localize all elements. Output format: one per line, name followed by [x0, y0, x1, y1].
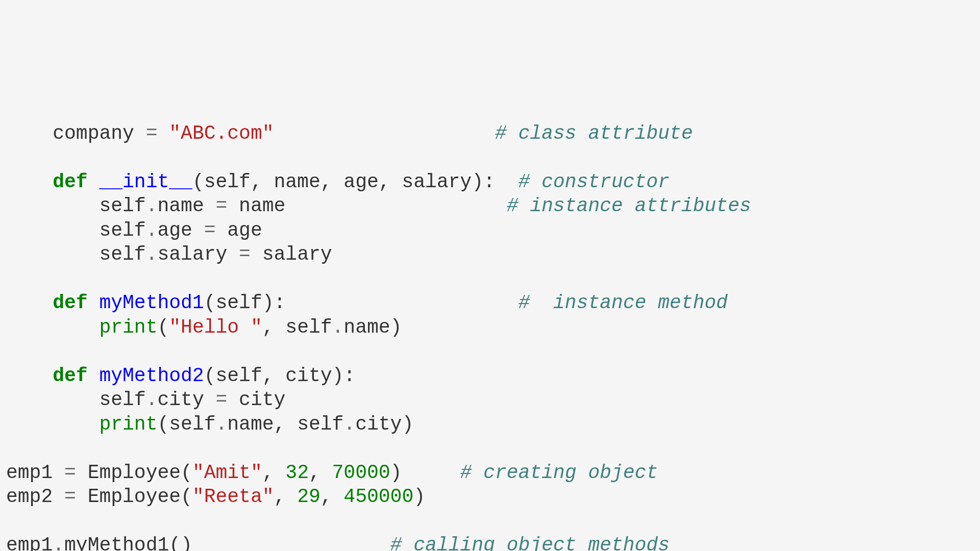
code-line: self.name = name # instance attributes	[6, 195, 751, 217]
code-line: company = "ABC.com" # class attribute	[6, 122, 693, 144]
code-line: def __init__(self, name, age, salary): #…	[6, 171, 670, 193]
code-line: def myMethod2(self, city):	[6, 365, 355, 387]
code-line: self.age = age	[6, 219, 262, 241]
code-line: self.city = city	[6, 389, 285, 411]
code-line: emp1 = Employee("Amit", 32, 70000) # cre…	[6, 462, 658, 484]
code-block: company = "ABC.com" # class attribute de…	[0, 97, 980, 551]
code-line: emp1.myMethod1() # calling object method…	[6, 534, 670, 551]
code-line: self.salary = salary	[6, 243, 332, 265]
code-line: emp2 = Employee("Reeta", 29, 450000)	[6, 486, 425, 508]
code-line: print(self.name, self.city)	[6, 413, 413, 435]
code-line: print("Hello ", self.name)	[6, 316, 402, 338]
code-line: def myMethod1(self): # instance method	[6, 292, 728, 314]
